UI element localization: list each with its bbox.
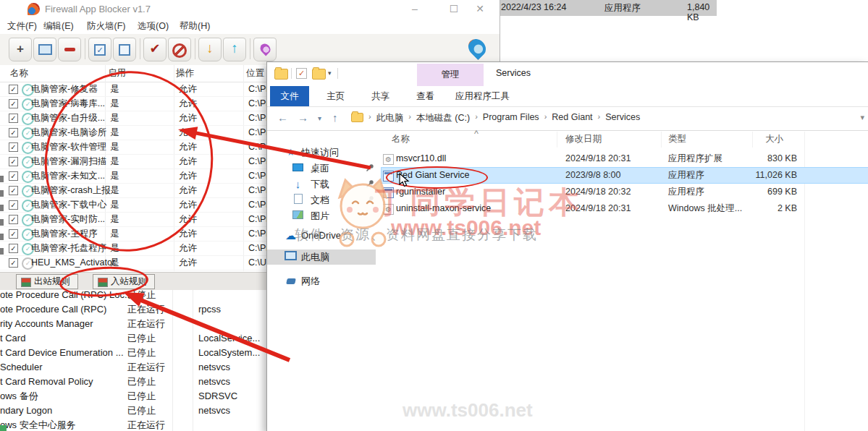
service-row[interactable]: t Card已停止LocalService... <box>0 331 266 346</box>
bg-row-type: 应用程序 <box>604 2 641 14</box>
downloads-icon: ↓ <box>292 178 304 190</box>
flame-theme-icon[interactable] <box>253 38 277 61</box>
qat-separator <box>291 68 292 79</box>
annotation-ellipse-red-giant-service <box>386 166 488 189</box>
checkbox[interactable]: ✓ <box>9 229 18 239</box>
crumb-red-giant[interactable]: Red Giant <box>552 112 592 124</box>
qat-separator <box>337 68 338 79</box>
tab-view[interactable]: 查看 <box>416 86 434 106</box>
documents-icon <box>292 194 304 206</box>
crumb-this-pc[interactable]: 此电脑 <box>376 112 404 124</box>
move-up-icon[interactable]: ↑ <box>223 38 246 61</box>
checkbox[interactable]: ✓ <box>9 244 18 253</box>
services-list-window: ote Procedure Call (RPC) Loc...已停止 ote P… <box>0 290 266 431</box>
pictures-icon <box>292 210 304 222</box>
service-row[interactable]: ows 安全中心服务正在运行 <box>0 418 266 431</box>
address-dropdown-icon[interactable]: ▾ <box>860 113 864 122</box>
menu-edit[interactable]: 编辑(E) <box>43 20 74 33</box>
checkbox[interactable]: ✓ <box>9 200 18 210</box>
remove-icon[interactable] <box>58 38 81 61</box>
background-window-fragment <box>0 190 4 197</box>
service-row[interactable]: ote Procedure Call (RPC)正在运行rpcss <box>0 302 266 317</box>
background-window-fragment <box>0 248 4 255</box>
breadcrumb: ›此电脑 ›本地磁盘 (C:) ›Program Files ›Red Gian… <box>368 112 640 124</box>
col-name[interactable]: 名称 <box>10 67 28 80</box>
service-green-icon <box>0 425 7 431</box>
service-row[interactable]: Scheduler正在运行netsvcs <box>0 360 266 375</box>
service-row[interactable]: ows 备份已停止SDRSVC <box>0 389 266 404</box>
forward-icon[interactable]: → <box>298 111 308 124</box>
block-sign-icon[interactable] <box>168 38 191 61</box>
dll-file-icon: ⚙ <box>383 154 394 165</box>
move-down-icon[interactable]: ↓ <box>198 38 222 61</box>
close-button[interactable]: ✕ <box>469 3 491 16</box>
menu-firewall[interactable]: 防火墙(F) <box>87 20 125 33</box>
sidebar-item-quick-access[interactable]: ★快速访问 <box>267 145 376 160</box>
checkbox[interactable]: ✓ <box>9 186 18 195</box>
background-file-row: 2022/4/23 16:24 应用程序 1,840 KB <box>497 0 717 16</box>
sort-indicator: ^ <box>474 129 479 139</box>
checkbox-qat-icon[interactable]: ✓ <box>296 68 307 79</box>
table-row[interactable]: ✓✓HEU_KMS_Activator是允许C:\Use <box>0 255 266 270</box>
sidebar-item-network[interactable]: 网络 <box>267 273 376 289</box>
recent-dropdown-icon[interactable]: ▾ <box>318 114 321 122</box>
manage-contextual-tab[interactable]: 管理 <box>417 64 484 86</box>
file-row[interactable]: ⚙ msvcr110.dll 2024/9/18 20:31 应用程序扩展 83… <box>382 151 868 166</box>
window-title: Firewall App Blocker v1.7 <box>45 4 151 14</box>
menu-file[interactable]: 文件(F) <box>7 20 37 33</box>
service-row[interactable]: ndary Logon已停止netsvcs <box>0 404 266 418</box>
checkbox[interactable]: ✓ <box>9 142 18 152</box>
service-row[interactable]: t Card Removal Policy已停止netsvcs <box>0 375 266 389</box>
menu-help[interactable]: 帮助(H) <box>180 20 210 33</box>
toolbar-separator <box>195 38 195 59</box>
header-divider <box>752 132 753 148</box>
monitor-icon[interactable] <box>33 38 56 61</box>
folder-icon[interactable] <box>274 69 288 80</box>
watermark-site-url-faint: www.ts006.net <box>403 399 533 422</box>
uncheck-all-icon[interactable] <box>113 38 136 61</box>
tab-app-tools[interactable]: 应用程序工具 <box>455 86 510 106</box>
col-date-header[interactable]: 修改日期 <box>565 133 602 145</box>
crumb-c-drive[interactable]: 本地磁盘 (C:) <box>416 112 470 124</box>
sidebar-item-this-pc[interactable]: 此电脑 <box>267 249 376 265</box>
checkbox[interactable]: ✓ <box>9 258 18 268</box>
col-action[interactable]: 操作 <box>176 67 194 80</box>
crumb-services[interactable]: Services <box>605 112 640 124</box>
add-icon[interactable]: + <box>9 38 32 61</box>
menu-options[interactable]: 选项(O) <box>138 20 169 33</box>
star-icon: ★ <box>285 146 297 158</box>
col-type-header[interactable]: 类型 <box>668 133 686 145</box>
ribbon-tab-bar: 文件 主页 共享 查看 应用程序工具 <box>267 86 868 107</box>
back-icon[interactable]: ← <box>277 111 288 124</box>
checkbox[interactable]: ✓ <box>9 114 18 123</box>
sidebar-item-desktop[interactable]: 桌面 <box>267 161 376 176</box>
col-path[interactable]: 位置 <box>246 67 264 80</box>
crumb-program-files[interactable]: Program Files <box>483 112 539 124</box>
col-size-header[interactable]: 大小 <box>765 133 783 145</box>
service-row[interactable]: ote Procedure Call (RPC) Loc...已停止 <box>0 290 266 302</box>
allow-check-icon[interactable]: ✔ <box>143 38 167 61</box>
tab-file[interactable]: 文件 <box>270 86 309 106</box>
checkbox[interactable]: ✓ <box>9 215 18 224</box>
folder-icon[interactable] <box>312 69 326 80</box>
toolbar-separator <box>85 38 85 59</box>
checkbox[interactable]: ✓ <box>9 157 18 166</box>
up-icon[interactable]: ↑ <box>332 111 338 124</box>
maximize-button[interactable]: ☐ <box>443 3 465 16</box>
checkbox[interactable]: ✓ <box>9 128 18 137</box>
header-divider <box>661 132 662 148</box>
minimize-button[interactable]: – <box>404 3 426 16</box>
check-all-icon[interactable]: ✓ <box>88 38 111 61</box>
tab-share[interactable]: 共享 <box>371 86 389 106</box>
checkbox[interactable]: ✓ <box>9 171 18 181</box>
checkbox[interactable]: ✓ <box>9 85 18 94</box>
tab-home[interactable]: 主页 <box>326 86 345 106</box>
service-row[interactable]: t Card Device Enumeration ...已停止LocalSys… <box>0 346 266 360</box>
service-row[interactable]: rity Accounts Manager正在运行 <box>0 317 266 331</box>
network-icon <box>285 275 297 287</box>
menu-bar: 文件(F) 编辑(E) 防火墙(F) 选项(O) 帮助(H) <box>0 18 500 34</box>
background-window-fragment <box>0 219 4 226</box>
checkbox[interactable]: ✓ <box>9 99 18 108</box>
col-name-header[interactable]: 名称 <box>392 133 410 145</box>
chevron-down-icon[interactable]: ▾ <box>328 69 332 77</box>
